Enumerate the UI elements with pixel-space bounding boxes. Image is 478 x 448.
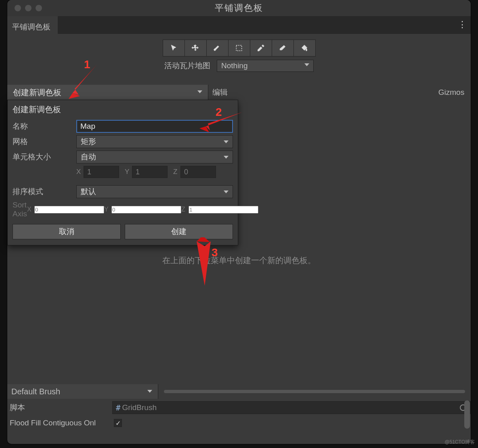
inspector-scrollbar[interactable] [464,400,470,429]
active-tilemap-row: 活动瓦片地图 Nothing [7,60,471,72]
box-tool-button[interactable] [228,40,250,57]
chevron-down-icon [224,191,229,193]
popup-title: 创建新调色板 [13,104,233,115]
tool-row [7,40,471,57]
script-row: 脚本 # GridBrush [7,400,471,415]
panel-menu-icon[interactable]: ⋮ [458,19,467,30]
brush-icon [213,44,221,52]
window-title: 平铺调色板 [7,2,471,14]
chevron-down-icon [197,90,202,93]
titlebar: 平铺调色板 [7,0,471,16]
brush-row: Default Brush [7,384,471,399]
palette-row: 创建新调色板 编辑 Gizmos [7,85,471,100]
script-value: GridBrush [122,403,157,412]
create-palette-popup: 创建新调色板 名称 网格 矩形 单元格大小 自动 X Y Z 排序模式 默认 [7,100,238,245]
brush-dropdown[interactable]: Default Brush [7,384,158,399]
sortmode-value: 默认 [81,186,96,197]
sortmode-label: 排序模式 [13,186,76,197]
floodfill-label: Flood Fill Contiguous Onl [7,419,112,427]
eraser-icon [279,44,287,52]
create-button[interactable]: 创建 [125,224,233,239]
move-icon [191,44,199,52]
tab-label: 平铺调色板 [12,22,50,32]
eyedropper-icon [257,44,265,52]
grid-value: 矩形 [81,136,96,147]
fill-tool-button[interactable] [294,40,316,57]
pointer-icon [170,44,178,52]
cellsize-value: 自动 [81,152,96,162]
y-label: Y [125,168,132,176]
floodfill-checkbox[interactable]: ✓ [114,419,122,427]
cell-y-input[interactable] [132,166,168,178]
edit-label: 编辑 [212,87,228,98]
edit-button[interactable]: 编辑 [208,85,240,100]
active-tilemap-dropdown[interactable]: Nothing [217,60,314,72]
cellsize-label: 单元格大小 [13,152,76,162]
watermark: @51CTO博客 [444,439,475,446]
svg-rect-0 [236,45,241,50]
bucket-icon [300,44,308,52]
chevron-down-icon [147,390,152,393]
popup-button-row: 取消 创建 [13,224,233,239]
script-icon: # [116,403,120,412]
script-label: 脚本 [7,402,112,413]
select-tool-button[interactable] [163,40,185,57]
axis-y-input[interactable] [111,206,181,214]
empty-palette-hint: 在上面的下拉菜单中创建一个新的调色板。 [7,255,471,266]
z-label: Z [173,168,180,176]
name-label: 名称 [13,121,76,132]
axis-x-input[interactable] [34,206,104,214]
cellsize-xyz-row: X Y Z [13,166,233,178]
sortaxis-label: Sort Axis [13,201,27,218]
axis-z-input[interactable] [189,206,258,214]
active-tilemap-label: 活动瓦片地图 [164,61,210,71]
tab-strip: 平铺调色板 ⋮ [7,16,471,34]
y-label: Y [104,206,111,213]
script-field[interactable]: # GridBrush [112,401,471,414]
grid-dropdown[interactable]: 矩形 [76,135,233,148]
name-input[interactable] [76,120,233,133]
palette-dropdown-label: 创建新调色板 [13,87,61,98]
chevron-down-icon [224,140,229,143]
sortmode-dropdown[interactable]: 默认 [76,185,233,198]
active-tilemap-value: Nothing [221,61,248,70]
cancel-label: 取消 [59,226,74,237]
eraser-tool-button[interactable] [272,40,294,57]
create-label: 创建 [171,226,187,237]
z-label: Z [181,206,189,213]
cellsize-dropdown[interactable]: 自动 [76,151,233,163]
move-tool-button[interactable] [184,40,207,57]
x-label: X [76,168,84,176]
floodfill-row: Flood Fill Contiguous Onl ✓ [7,416,471,430]
brush-scrollbar[interactable] [164,390,465,393]
tool-area: 活动瓦片地图 Nothing [7,34,471,74]
cancel-button[interactable]: 取消 [13,224,121,239]
palette-dropdown[interactable]: 创建新调色板 [7,85,208,100]
brush-name: Default Brush [11,387,60,396]
tab-tile-palette[interactable]: 平铺调色板 [7,16,58,34]
x-label: X [27,206,34,213]
chevron-down-icon [304,63,309,66]
brush-tool-button[interactable] [206,40,229,57]
cell-z-input[interactable] [180,166,216,178]
gizmos-label: Gizmos [438,88,464,97]
eyedropper-tool-button[interactable] [250,40,272,57]
rect-select-icon [235,44,243,52]
grid-label: 网格 [13,136,76,147]
gizmos-button[interactable]: Gizmos [432,85,471,100]
chevron-down-icon [224,156,229,159]
cell-x-input[interactable] [84,166,119,178]
